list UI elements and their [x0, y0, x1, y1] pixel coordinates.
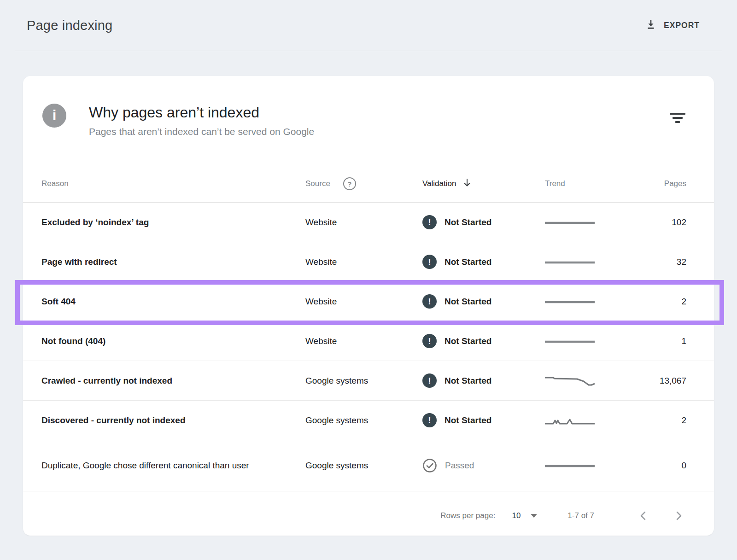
- column-header-source: Source ?: [305, 177, 422, 190]
- row-pages-count: 102: [614, 217, 686, 228]
- row-pages-count: 32: [614, 257, 686, 267]
- validation-status-label: Not Started: [445, 217, 491, 228]
- exclamation-circle-icon: !: [422, 255, 437, 269]
- row-pages-count: 2: [614, 297, 686, 307]
- row-validation: ! Not Started: [422, 334, 545, 348]
- why-pages-arent-indexed-card: i Why pages aren’t indexed Pages that ar…: [23, 76, 714, 536]
- row-trend-sparkline: [545, 414, 614, 426]
- info-icon: i: [42, 104, 66, 128]
- column-header-pages: Pages: [614, 179, 686, 188]
- table-body: Excluded by ‘noindex’ tag Website ! Not …: [23, 203, 714, 491]
- table-row[interactable]: Soft 404 Website ! Not Started 2: [23, 282, 714, 321]
- row-source: Google systems: [305, 376, 422, 386]
- card-subtitle: Pages that aren’t indexed can’t be serve…: [89, 126, 314, 137]
- exclamation-circle-icon: !: [422, 294, 437, 309]
- download-icon: [645, 18, 657, 33]
- row-reason: Crawled - currently not indexed: [41, 373, 305, 388]
- pagination-range-label: 1-7 of 7: [567, 511, 594, 520]
- column-header-trend: Trend: [545, 179, 614, 188]
- previous-page-chevron-icon[interactable]: [638, 510, 649, 522]
- table-header-row: Reason Source ? Validation Trend Pages: [23, 165, 714, 203]
- rows-per-page-value[interactable]: 10: [512, 511, 521, 520]
- next-page-chevron-icon[interactable]: [673, 510, 684, 522]
- validation-status-label: Not Started: [445, 415, 491, 426]
- row-trend-sparkline: [545, 216, 614, 228]
- table-row[interactable]: Discovered - currently not indexed Googl…: [23, 401, 714, 440]
- row-reason: Discovered - currently not indexed: [41, 413, 305, 428]
- table-footer: Rows per page: 10 1-7 of 7: [23, 491, 714, 540]
- row-reason: Excluded by ‘noindex’ tag: [41, 215, 305, 230]
- card-header-text: Why pages aren’t indexed Pages that aren…: [89, 104, 314, 146]
- column-header-validation[interactable]: Validation: [422, 178, 545, 190]
- exclamation-circle-icon: !: [422, 215, 437, 229]
- row-source: Website: [305, 336, 422, 346]
- help-circle-icon[interactable]: ?: [343, 177, 356, 190]
- validation-status-label: Not Started: [445, 336, 491, 346]
- table-row[interactable]: Page with redirect Website ! Not Started…: [23, 242, 714, 282]
- row-trend-sparkline: [545, 296, 614, 308]
- rows-per-page-caret-icon[interactable]: [531, 514, 537, 518]
- validation-status-label: Not Started: [445, 376, 491, 386]
- table-row[interactable]: Excluded by ‘noindex’ tag Website ! Not …: [23, 203, 714, 242]
- validation-status-label: Passed: [445, 461, 474, 471]
- exclamation-circle-icon: !: [422, 334, 437, 348]
- top-header: Page indexing EXPORT: [15, 0, 722, 51]
- export-button[interactable]: EXPORT: [645, 18, 700, 33]
- row-reason: Page with redirect: [41, 254, 305, 269]
- row-source: Website: [305, 297, 422, 307]
- check-circle-icon: [422, 458, 437, 473]
- row-source: Website: [305, 257, 422, 267]
- page-title: Page indexing: [27, 18, 112, 33]
- card-title: Why pages aren’t indexed: [89, 104, 314, 121]
- page-indexing-screen: Page indexing EXPORT i Why pages aren’t …: [0, 0, 737, 560]
- row-source: Website: [305, 217, 422, 228]
- row-trend-sparkline: [545, 256, 614, 268]
- row-validation: ! Not Started: [422, 255, 545, 269]
- row-validation: Passed: [422, 458, 545, 473]
- row-validation: ! Not Started: [422, 413, 545, 427]
- column-header-reason: Reason: [41, 179, 305, 188]
- row-trend-sparkline: [545, 335, 614, 347]
- sort-arrow-down-icon: [462, 178, 472, 190]
- table-row[interactable]: Duplicate, Google chose different canoni…: [23, 440, 714, 491]
- row-trend-sparkline: [545, 375, 614, 387]
- row-pages-count: 0: [614, 461, 686, 471]
- filter-list-icon[interactable]: [670, 113, 685, 123]
- validation-status-label: Not Started: [445, 257, 491, 267]
- rows-per-page-label: Rows per page:: [440, 511, 495, 520]
- row-validation: ! Not Started: [422, 373, 545, 388]
- row-trend-sparkline: [545, 460, 614, 472]
- table-row[interactable]: Not found (404) Website ! Not Started 1: [23, 321, 714, 361]
- exclamation-circle-icon: !: [422, 413, 437, 427]
- row-pages-count: 2: [614, 415, 686, 426]
- row-reason: Duplicate, Google chose different canoni…: [41, 458, 305, 473]
- row-pages-count: 1: [614, 336, 686, 346]
- exclamation-circle-icon: !: [422, 373, 437, 388]
- export-label: EXPORT: [664, 21, 700, 30]
- table-row[interactable]: Crawled - currently not indexed Google s…: [23, 361, 714, 401]
- row-pages-count: 13,067: [614, 376, 686, 386]
- validation-status-label: Not Started: [445, 297, 491, 307]
- row-source: Google systems: [305, 461, 422, 471]
- row-validation: ! Not Started: [422, 215, 545, 229]
- card-header: i Why pages aren’t indexed Pages that ar…: [23, 76, 714, 146]
- row-reason: Soft 404: [41, 294, 305, 309]
- row-reason: Not found (404): [41, 333, 305, 349]
- row-source: Google systems: [305, 415, 422, 426]
- row-validation: ! Not Started: [422, 294, 545, 309]
